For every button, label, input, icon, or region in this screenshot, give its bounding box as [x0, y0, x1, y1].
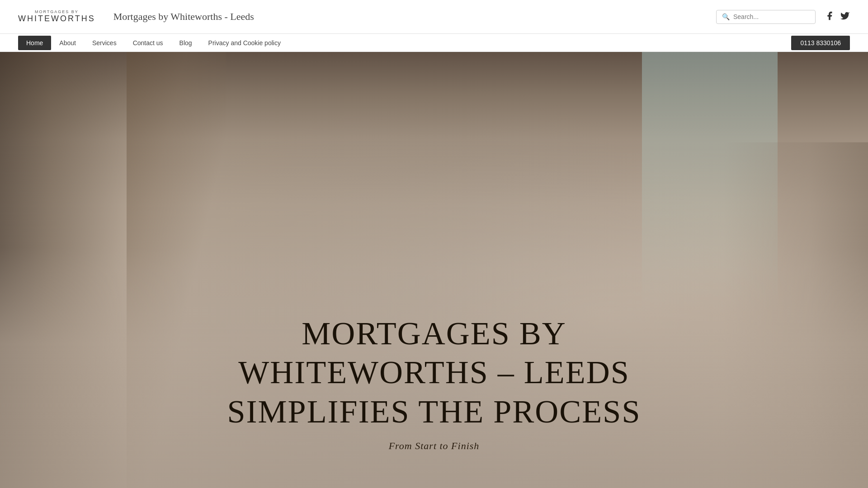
hero-title-line1: MORTGAGES BY [302, 315, 566, 352]
social-icons [825, 11, 850, 23]
header-left: MORTGAGES BY WHITEWORTHS Mortgages by Wh… [18, 10, 254, 23]
search-box[interactable]: 🔍 [716, 10, 816, 24]
logo-text-main: WHITEWORTHS [18, 14, 95, 23]
site-title: Mortgages by Whiteworths - Leeds [113, 11, 254, 23]
nav-item-blog[interactable]: Blog [171, 36, 200, 50]
header-right: 🔍 [716, 10, 850, 24]
hero-title-line2: WHITEWORTHS – LEEDS [238, 354, 630, 390]
twitter-icon[interactable] [840, 11, 850, 23]
main-nav: Home About Services Contact us Blog Priv… [0, 34, 868, 52]
hero-subtitle: From Start to Finish [0, 440, 868, 452]
search-icon: 🔍 [722, 13, 730, 21]
search-input[interactable] [733, 13, 810, 20]
nav-item-services[interactable]: Services [84, 36, 125, 50]
nav-item-home[interactable]: Home [18, 36, 51, 50]
hero-section: MORTGAGES BY WHITEWORTHS – LEEDS SIMPLIF… [0, 52, 868, 488]
logo[interactable]: MORTGAGES BY WHITEWORTHS [18, 10, 95, 23]
site-header: MORTGAGES BY WHITEWORTHS Mortgages by Wh… [0, 0, 868, 34]
hero-title: MORTGAGES BY WHITEWORTHS – LEEDS SIMPLIF… [0, 314, 868, 431]
phone-button[interactable]: 0113 8330106 [791, 36, 850, 50]
facebook-icon[interactable] [825, 11, 835, 23]
nav-item-about[interactable]: About [51, 36, 84, 50]
hero-title-line3: SIMPLIFIES THE PROCESS [227, 394, 641, 430]
nav-item-privacy[interactable]: Privacy and Cookie policy [200, 36, 289, 50]
hero-content: MORTGAGES BY WHITEWORTHS – LEEDS SIMPLIF… [0, 314, 868, 452]
nav-item-contact[interactable]: Contact us [125, 36, 171, 50]
